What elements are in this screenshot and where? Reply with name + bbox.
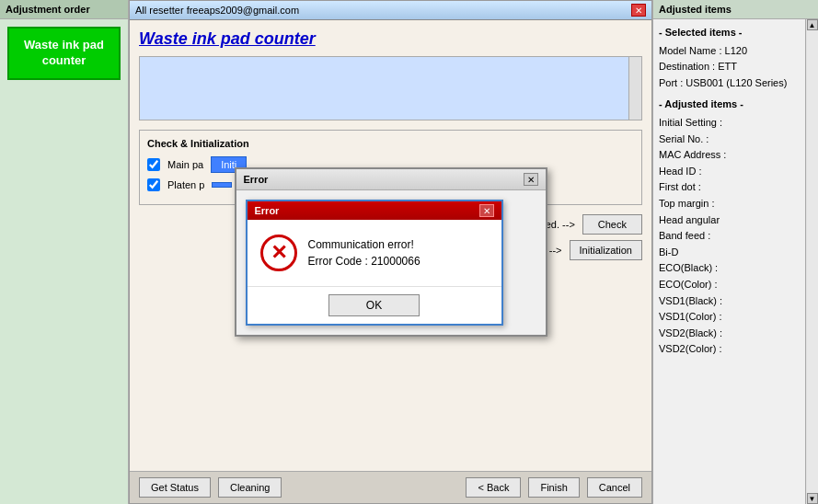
right-panel-title: Adjusted items — [653, 0, 818, 19]
inner-dialog-close[interactable]: ✕ — [479, 204, 494, 217]
inner-dialog: Error ✕ ✕ Communication error! Error Cod… — [246, 200, 503, 326]
error-icon: ✕ — [260, 235, 297, 271]
bi-d: Bi-D — [659, 245, 812, 261]
right-scrollbar[interactable]: ▲ ▼ — [805, 19, 818, 504]
error-text: Communication error! Error Code : 210000… — [308, 236, 421, 269]
left-panel: Adjustment order Waste ink pad counter — [0, 0, 129, 504]
vsd1-black: VSD1(Black) : — [659, 293, 812, 310]
left-panel-title: Adjustment order — [0, 0, 128, 19]
outer-dialog-titlebar: Error ✕ — [236, 169, 546, 190]
eco-black: ECO(Black) : — [659, 260, 812, 277]
error-x-symbol: ✕ — [271, 243, 287, 263]
inner-dialog-title: Error — [255, 205, 280, 216]
error-line2: Error Code : 21000066 — [308, 253, 421, 269]
serial-no: Serial No. : — [659, 132, 812, 148]
error-line1: Communication error! — [308, 236, 421, 253]
adjusted-items-header: - Adjusted items - — [659, 97, 812, 113]
inner-dialog-body: ✕ Communication error! Error Code : 2100… — [248, 220, 501, 286]
dialog-overlay: Error ✕ Error ✕ ✕ Communication error! — [130, 1, 651, 503]
outer-dialog-close[interactable]: ✕ — [524, 173, 538, 186]
port: Port : USB001 (L120 Series) — [659, 75, 812, 92]
vsd2-color: VSD2(Color) : — [659, 341, 812, 358]
outer-dialog-content: Error ✕ ✕ Communication error! Error Cod… — [236, 190, 546, 335]
head-angular: Head angular — [659, 212, 812, 229]
scroll-down-arrow[interactable]: ▼ — [807, 493, 818, 504]
head-id: Head ID : — [659, 164, 812, 180]
waste-ink-pad-button[interactable]: Waste ink pad counter — [7, 27, 121, 80]
first-dot: First dot : — [659, 179, 812, 196]
model-name: Model Name : L120 — [659, 43, 812, 60]
right-panel-content: - Selected items - Model Name : L120 Des… — [653, 19, 818, 504]
top-margin: Top margin : — [659, 196, 812, 212]
band-feed: Band feed : — [659, 228, 812, 245]
initial-setting: Initial Setting : — [659, 115, 812, 132]
main-window: All resetter freeaps2009@gmail.com ✕ Was… — [129, 0, 652, 504]
inner-dialog-footer: OK — [248, 286, 501, 324]
scroll-track — [807, 30, 818, 493]
outer-dialog-title: Error — [244, 174, 269, 185]
eco-color: ECO(Color) : — [659, 277, 812, 293]
scroll-up-arrow[interactable]: ▲ — [807, 19, 818, 30]
vsd2-black: VSD2(Black) : — [659, 326, 812, 342]
right-panel: Adjusted items - Selected items - Model … — [652, 0, 818, 504]
outer-dialog: Error ✕ Error ✕ ✕ Communication error! — [235, 167, 547, 337]
destination: Destination : ETT — [659, 59, 812, 75]
ok-button[interactable]: OK — [328, 294, 420, 316]
mac-address: MAC Address : — [659, 147, 812, 164]
vsd1-color: VSD1(Color) : — [659, 309, 812, 326]
selected-items-header: - Selected items - — [659, 25, 812, 41]
inner-dialog-titlebar: Error ✕ — [248, 201, 501, 220]
